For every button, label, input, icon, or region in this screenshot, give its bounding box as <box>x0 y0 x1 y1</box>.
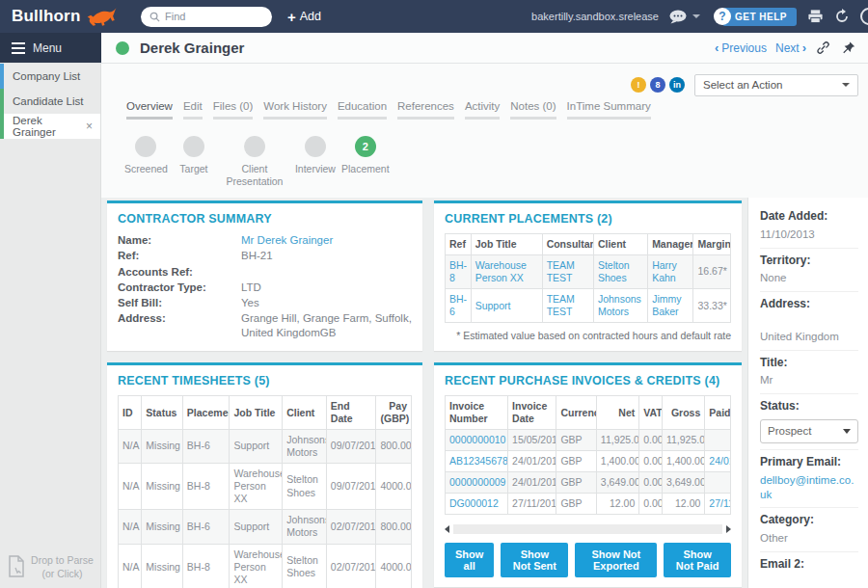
table-cell: Missing <box>142 463 183 509</box>
pipeline-step-circle <box>183 136 204 157</box>
table-link-cell[interactable]: TEAM TEST <box>542 289 593 323</box>
question-icon: ? <box>714 8 731 25</box>
tab-references[interactable]: References <box>397 100 454 120</box>
summary-row: Ref:BH-21 <box>118 249 412 263</box>
table-cell: 02/07/2017 <box>326 544 376 588</box>
menu-button[interactable]: Menu <box>0 33 101 63</box>
table-cell: 33.33* <box>693 289 731 323</box>
status-select[interactable]: Prospect <box>760 419 858 443</box>
bullhorn-logo[interactable]: Bullhorn <box>12 6 135 28</box>
show-not-exported-button[interactable]: Show Not Exported <box>575 543 657 577</box>
summary-label: Name: <box>118 233 241 248</box>
table-link-cell[interactable]: Jimmy Baker <box>648 289 693 323</box>
horizontal-scrollbar[interactable] <box>445 524 731 534</box>
tab-education[interactable]: Education <box>338 100 387 120</box>
table-link-cell[interactable]: DG000012 <box>446 493 508 514</box>
table-cell: 11,925.00 <box>596 429 638 450</box>
next-button[interactable]: Next › <box>775 40 806 55</box>
chat-menu[interactable] <box>668 10 700 24</box>
tab-intime-summary[interactable]: InTime Summary <box>567 100 651 120</box>
table-link-cell[interactable]: 24/01/2 <box>705 450 731 471</box>
summary-value: Yes <box>241 296 412 310</box>
table-row: BH-6SupportTEAM TESTJohnsons MotorsJimmy… <box>446 289 731 323</box>
get-help-label: GET HELP <box>722 8 797 26</box>
tab-edit[interactable]: Edit <box>183 100 203 120</box>
previous-button[interactable]: ‹ Previous <box>715 40 767 55</box>
field-value: United Kingdom <box>760 315 858 344</box>
pipeline-step-screened[interactable]: Screened <box>124 136 168 188</box>
field-label: Status: <box>760 399 858 414</box>
print-icon[interactable] <box>806 8 824 25</box>
sidebar-item-candidate-list[interactable]: Candidate List <box>0 89 100 114</box>
summary-value-link[interactable]: Mr Derek Grainger <box>241 233 412 248</box>
table-link-cell[interactable]: Stelton Shoes <box>593 254 647 288</box>
global-search[interactable] <box>141 7 272 27</box>
table-link-cell[interactable]: 0000000010 <box>446 429 508 450</box>
tab-files-0[interactable]: Files (0) <box>213 100 254 120</box>
account-name: bakertilly.sandbox.srelease <box>531 11 659 22</box>
drop-to-parse[interactable]: Drop to Parse(or Click) <box>0 553 100 580</box>
table-cell: 0.00 <box>639 471 663 493</box>
field-value: None <box>760 271 858 285</box>
table-row: 000000001015/05/2017GBP11,925.000.0011,9… <box>446 429 731 450</box>
sidebar-item-derek-grainger[interactable]: Derek Grainger× <box>0 114 100 139</box>
social-badge-icon[interactable]: 8 <box>650 77 665 93</box>
show-all-button[interactable]: Show all <box>445 543 494 577</box>
placements-table: RefJob TitleConsultantClientManagerMargi… <box>445 233 731 323</box>
table-link-cell[interactable]: Johnsons Motors <box>593 289 647 323</box>
select-an-action-dropdown[interactable]: Select an Action <box>694 74 858 96</box>
record-status-dot <box>116 41 129 55</box>
scroll-right-icon[interactable] <box>726 525 731 533</box>
table-link-cell[interactable]: Support <box>471 289 542 323</box>
tab-activity[interactable]: Activity <box>465 100 500 120</box>
chevron-down-icon <box>843 429 851 434</box>
pin-icon[interactable] <box>840 40 856 56</box>
linkedin-icon[interactable]: in <box>669 77 685 93</box>
pipeline-step-target[interactable]: Target <box>173 136 215 188</box>
table-cell: Support <box>230 510 283 544</box>
detail-field: Email 2: <box>760 552 858 588</box>
close-icon[interactable]: × <box>86 120 93 133</box>
column-header: Pay (GBP) <box>376 396 412 429</box>
pipeline-step-client-presentation[interactable]: Client Presentation <box>220 136 289 188</box>
table-link-cell[interactable]: BH-8 <box>446 254 472 288</box>
table-cell: 800.00* <box>376 510 412 544</box>
tab-work-history[interactable]: Work History <box>263 100 327 120</box>
table-cell: BH-8 <box>182 544 230 588</box>
plus-icon: + <box>287 9 296 25</box>
scroll-left-icon[interactable] <box>445 525 449 533</box>
summary-label: Ref: <box>118 249 241 263</box>
summary-row: Name:Mr Derek Grainger <box>118 233 412 248</box>
search-input[interactable] <box>165 11 261 22</box>
table-cell: 4000.00* <box>376 544 412 588</box>
field-label: Email 2: <box>760 557 858 573</box>
tab-notes-0[interactable]: Notes (0) <box>510 100 556 120</box>
refresh-icon[interactable] <box>833 8 851 25</box>
table-link-cell[interactable]: Warehouse Person XX <box>471 254 542 288</box>
table-cell: 1,400.00 <box>596 450 638 471</box>
field-value: 11/10/2013 <box>760 227 858 242</box>
tab-overview[interactable]: Overview <box>126 100 173 120</box>
scrollbar-track[interactable] <box>453 524 722 534</box>
table-link-cell[interactable]: 0000000009 <box>446 471 508 493</box>
get-help-button[interactable]: ? GET HELP <box>714 8 797 26</box>
alert-badge-icon[interactable]: ! <box>631 77 646 93</box>
column-header: Paid <box>705 396 731 429</box>
show-not-paid-button[interactable]: Show Not Paid <box>664 543 731 577</box>
pipeline-step-placement[interactable]: 2Placement <box>341 136 390 188</box>
table-link-cell[interactable]: TEAM TEST <box>542 254 593 288</box>
chevron-right-icon: › <box>802 40 806 55</box>
table-link-cell[interactable]: 27/11/2 <box>705 493 731 514</box>
table-cell: 0.00 <box>639 429 663 450</box>
sidebar-item-company-list[interactable]: Company List <box>0 64 100 89</box>
table-link-cell[interactable]: AB123456789 <box>446 450 508 471</box>
pipeline-step-interview[interactable]: Interview <box>294 136 337 188</box>
clock-icon[interactable] <box>860 8 868 25</box>
summary-value <box>241 265 412 280</box>
field-value-link[interactable]: dellboy@intime.co.uk <box>760 473 858 502</box>
table-link-cell[interactable]: BH-6 <box>446 289 472 323</box>
link-icon[interactable] <box>815 40 831 56</box>
table-link-cell[interactable]: Harry Kahn <box>648 254 693 288</box>
show-not-sent-button[interactable]: Show Not Sent <box>501 543 568 577</box>
add-button[interactable]: + Add <box>287 9 321 25</box>
